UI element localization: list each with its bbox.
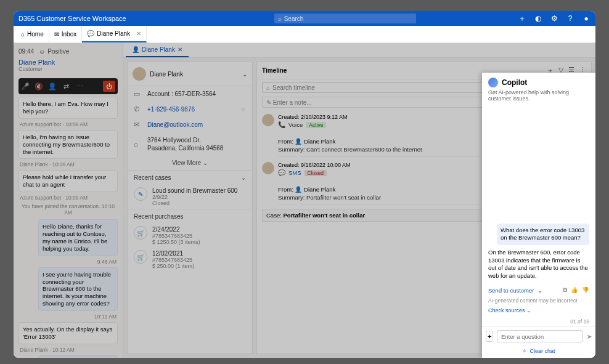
- app-title: D365 Customer Service Workspace: [18, 15, 126, 22]
- copilot-user-message: What does the error code 13003 on the Br…: [497, 224, 589, 245]
- clear-chat-link[interactable]: ✧Clear chat: [482, 346, 595, 358]
- gear-icon[interactable]: ⚙: [550, 14, 558, 23]
- copilot-panel: Copilot Get AI-powered help with solving…: [482, 73, 595, 358]
- thumbs-up-icon[interactable]: 👍: [571, 286, 578, 294]
- sparkle-icon[interactable]: ✦: [486, 331, 493, 342]
- copilot-subtitle: Get AI-powered help with solving custome…: [488, 89, 589, 102]
- chat-icon: 💬: [87, 30, 94, 37]
- broom-icon: ✧: [522, 348, 527, 354]
- thumbs-down-icon[interactable]: 👎: [582, 286, 589, 294]
- tab-diane-plank[interactable]: 💬Diane Plank✕: [82, 26, 147, 42]
- copilot-title: Copilot: [502, 78, 527, 87]
- copilot-input[interactable]: [497, 330, 583, 342]
- inbox-icon: ✉: [54, 31, 59, 38]
- add-icon[interactable]: ＋: [518, 14, 526, 23]
- global-search[interactable]: ⌕ Search: [274, 14, 416, 23]
- close-icon[interactable]: ✕: [136, 30, 141, 37]
- user-avatar-icon[interactable]: ●: [582, 14, 591, 23]
- chevron-down-icon: ⌄: [526, 307, 531, 313]
- copilot-icon: [488, 78, 498, 87]
- app-header: D365 Customer Service Workspace ⌕ Search…: [14, 11, 595, 26]
- tab-inbox[interactable]: ✉Inbox: [49, 26, 82, 42]
- copilot-count: 01 of 15: [482, 317, 595, 326]
- copilot-answer: On the Brewmaster 600, error code 13003 …: [488, 249, 589, 280]
- tab-home[interactable]: ⌂Home: [16, 26, 49, 42]
- bulb-icon[interactable]: ◐: [534, 14, 542, 23]
- send-icon[interactable]: ➤: [587, 333, 592, 340]
- home-icon: ⌂: [21, 31, 25, 38]
- send-to-customer-link[interactable]: Send to customer: [488, 287, 534, 294]
- copy-icon[interactable]: ⧉: [563, 286, 567, 294]
- copilot-disclaimer: AI-generated content may be incorrect: [488, 297, 589, 304]
- chevron-down-icon[interactable]: ⌄: [537, 287, 542, 294]
- search-icon: ⌕: [278, 15, 282, 22]
- help-icon[interactable]: ?: [566, 14, 574, 23]
- check-sources-link[interactable]: Check sources ⌄: [488, 307, 589, 313]
- session-tabs: ⌂Home ✉Inbox 💬Diane Plank✕: [14, 26, 595, 43]
- search-placeholder: Search: [284, 15, 304, 22]
